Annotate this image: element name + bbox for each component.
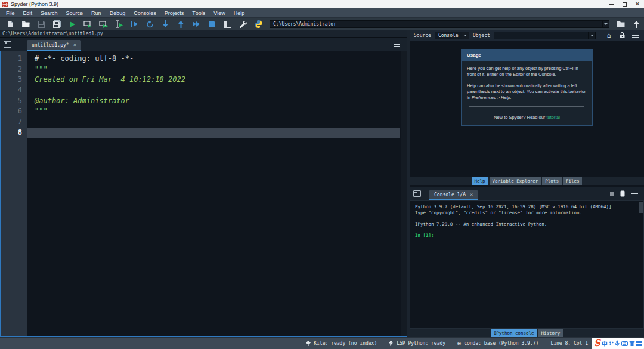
tab-history[interactable]: History (538, 329, 564, 337)
rerun-cell-icon[interactable] (142, 19, 157, 29)
editor-tab[interactable]: untitled1.py* × (27, 40, 81, 51)
step-return-icon[interactable] (173, 19, 188, 29)
menu-file[interactable]: File (2, 8, 19, 17)
menu-consoles[interactable]: Consoles (129, 8, 160, 17)
menu-help[interactable]: Help (230, 8, 249, 17)
tutorial-link[interactable]: tutorial (546, 115, 560, 120)
close-button[interactable]: ✕ (631, 0, 644, 8)
menu-edit[interactable]: Edit (19, 8, 37, 17)
save-icon[interactable] (33, 19, 49, 29)
source-select[interactable]: Console (435, 32, 462, 39)
soft-keyboard-icon[interactable] (621, 341, 628, 346)
right-pane: Source Console Object ⌂ Usage Here you c… (410, 30, 644, 337)
working-directory-combo[interactable]: C:\Users\Administrator (270, 20, 603, 28)
console-tab[interactable]: Console 1/A × (429, 190, 478, 200)
code-editor[interactable]: 1 2 3 4 5 6 7 8 # -*- coding: utf-8 -*- … (0, 51, 407, 337)
toolbox-icon[interactable] (636, 341, 642, 346)
new-file-icon[interactable] (2, 19, 18, 29)
open-file-icon[interactable] (18, 19, 33, 29)
minimize-button[interactable] (605, 0, 618, 8)
console-prompt: In [1]: (415, 233, 643, 239)
save-all-icon[interactable] (49, 19, 64, 29)
help-pane-tabs: Help Variable Explorer Plots Files (410, 177, 644, 185)
usage-footer: New to Spyder? Read our tutorial (462, 115, 592, 125)
browse-directory-icon[interactable] (613, 19, 628, 29)
maximize-pane-icon[interactable] (219, 19, 235, 29)
maximize-button[interactable] (618, 0, 631, 8)
object-input[interactable] (494, 32, 589, 39)
usage-box: Usage Here you can get help of any objec… (461, 49, 593, 126)
cursor-position: Line 8, Col 1 (550, 341, 588, 346)
code-line: """ (27, 106, 400, 117)
help-options-icon[interactable] (630, 31, 640, 39)
editor-options-icon[interactable] (394, 42, 400, 47)
chinese-mode-icon[interactable] (602, 341, 608, 347)
code-area[interactable]: # -*- coding: utf-8 -*- """ Created on F… (27, 51, 407, 336)
lock-icon[interactable] (617, 31, 627, 39)
code-line (27, 85, 400, 96)
menu-debug[interactable]: Debug (106, 8, 130, 17)
editor-tab-bar: untitled1.py* × (0, 38, 407, 51)
code-line: @author: Administrator (27, 96, 400, 107)
home-icon[interactable]: ⌂ (604, 31, 614, 39)
tab-variable-explorer[interactable]: Variable Explorer (490, 177, 541, 185)
inspect-icon[interactable] (618, 190, 627, 198)
console-pane-tabs: IPython console History (410, 329, 644, 337)
punctuation-mode-icon[interactable] (609, 341, 614, 347)
browse-tabs-icon[interactable] (4, 41, 11, 48)
window-title: Spyder (Python 3.9) (11, 0, 58, 8)
tab-close-icon[interactable]: × (470, 192, 473, 197)
sogou-logo-icon[interactable]: S (594, 339, 600, 348)
continue-execution-icon[interactable] (188, 19, 204, 29)
tab-help[interactable]: Help (472, 177, 488, 185)
preferences-wrench-icon[interactable] (235, 19, 250, 29)
voice-input-icon[interactable] (615, 340, 620, 347)
help-header: Source Console Object ⌂ (410, 30, 644, 41)
usage-paragraph-1: Here you can get help of any object by p… (467, 66, 587, 78)
debug-file-icon[interactable] (126, 19, 142, 29)
title-bar: Spyder (Python 3.9) ✕ (0, 0, 644, 8)
interrupt-kernel-icon[interactable] (607, 190, 617, 198)
browse-tabs-icon[interactable] (413, 190, 421, 197)
working-directory-dropdown[interactable] (603, 20, 609, 28)
editor-file-path: C:\Users\Administrator\untitled1.py (0, 30, 407, 38)
status-bar: Kite: ready (no index) LSP Python: ready… (0, 337, 644, 349)
tab-files[interactable]: Files (563, 177, 583, 185)
run-cell-icon[interactable] (80, 19, 95, 29)
pythonpath-manager-icon[interactable] (250, 19, 266, 29)
editor-tab-label: untitled1.py* (32, 42, 69, 48)
menu-view[interactable]: View (209, 8, 230, 17)
console-options-icon[interactable] (630, 190, 639, 198)
input-method-bar: S (592, 338, 644, 349)
menu-projects[interactable]: Projects (160, 8, 188, 17)
conda-globe-icon: ⊕ (457, 341, 461, 347)
help-content: Usage Here you can get help of any objec… (410, 41, 644, 177)
console-scrollbar[interactable] (639, 202, 643, 213)
menu-run[interactable]: Run (87, 8, 106, 17)
console-output[interactable]: Python 3.9.7 (default, Sep 16 2021, 16:5… (410, 200, 644, 329)
step-into-icon[interactable] (157, 19, 173, 29)
run-cell-advance-icon[interactable] (95, 19, 111, 29)
object-label: Object (473, 33, 490, 38)
current-code-line (27, 128, 400, 138)
parent-directory-icon[interactable] (628, 19, 644, 29)
code-line (27, 117, 400, 128)
console-tab-label: Console 1/A (434, 192, 466, 197)
menu-source[interactable]: Source (62, 8, 88, 17)
line-number-gutter: 1 2 3 4 5 6 7 8 (1, 51, 27, 336)
stop-debugging-icon[interactable] (204, 19, 219, 29)
source-label: Source (414, 33, 431, 38)
kite-icon (306, 341, 311, 346)
skin-icon[interactable] (629, 341, 635, 346)
main-toolbar: C:\Users\Administrator (0, 18, 644, 30)
run-file-icon[interactable] (64, 19, 80, 29)
menu-search[interactable]: Search (36, 8, 62, 17)
tab-plots[interactable]: Plots (542, 177, 562, 185)
object-input-dropdown[interactable] (589, 32, 596, 39)
source-select-dropdown[interactable] (462, 32, 469, 39)
tab-close-icon[interactable]: × (73, 42, 76, 48)
menu-tools[interactable]: Tools (188, 8, 209, 17)
editor-scrollbar[interactable] (401, 51, 407, 336)
tab-ipython-console[interactable]: IPython console (491, 329, 537, 337)
run-selection-icon[interactable] (111, 19, 126, 29)
